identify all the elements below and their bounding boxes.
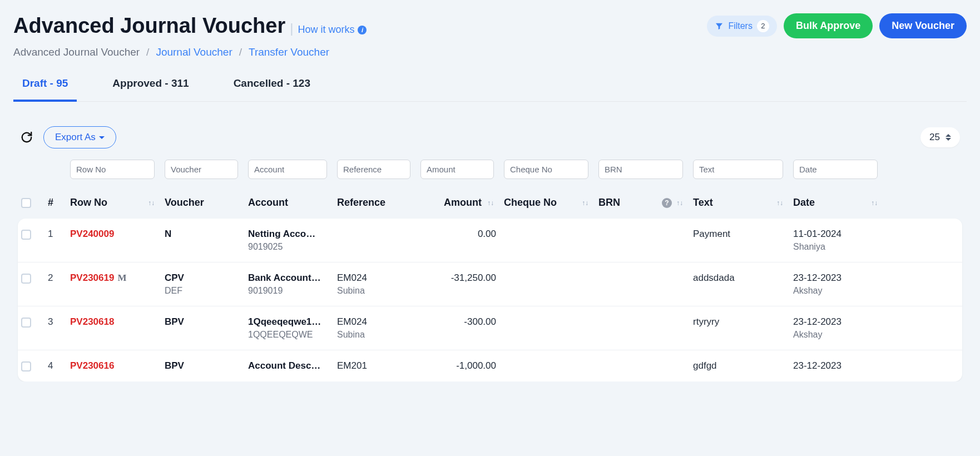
title-divider: | xyxy=(290,21,293,36)
filter-voucher[interactable] xyxy=(165,160,238,179)
col-row-no[interactable]: Row No↑↓ xyxy=(70,197,165,209)
cell-row-no[interactable]: PV240009 xyxy=(70,229,165,240)
cell-idx: 4 xyxy=(48,360,70,371)
cell-text: addsdada xyxy=(693,272,793,284)
page-size-select[interactable]: 25 xyxy=(920,127,960,147)
tabs: Draft - 95 Approved - 311 Cancelled - 12… xyxy=(13,77,967,102)
cell-amount: -1,000.00 xyxy=(420,360,504,371)
cell-row-no[interactable]: PV230616 xyxy=(70,360,165,371)
breadcrumb-item-transfer[interactable]: Transfer Voucher xyxy=(249,46,329,58)
cell-account: Bank Account… 9019019 xyxy=(248,272,337,296)
cell-voucher: CPV DEF xyxy=(165,272,248,296)
sort-icon: ↑↓ xyxy=(676,199,683,207)
page-title: Advanced Journal Voucher xyxy=(13,14,285,38)
refresh-button[interactable] xyxy=(20,131,33,144)
sort-icon: ↑↓ xyxy=(148,199,155,207)
cell-account: Account Desc… xyxy=(248,360,337,371)
filter-account[interactable] xyxy=(248,160,327,179)
sort-icon: ↑↓ xyxy=(776,199,783,207)
row-checkbox[interactable] xyxy=(21,318,31,328)
tab-approved[interactable]: Approved - 311 xyxy=(103,77,197,102)
cell-text: Payment xyxy=(693,229,793,240)
select-arrows-icon xyxy=(946,134,951,141)
col-reference: Reference xyxy=(337,197,420,209)
col-brn[interactable]: BRN?↑↓ xyxy=(598,197,693,209)
m-badge-icon: M xyxy=(117,272,126,284)
cell-idx: 2 xyxy=(48,272,70,284)
tab-cancelled[interactable]: Cancelled - 123 xyxy=(225,77,319,102)
col-amount[interactable]: Amount↑↓ xyxy=(420,197,504,209)
sort-icon: ↑↓ xyxy=(582,199,588,207)
breadcrumb-sep: / xyxy=(239,46,242,58)
filter-cheque-no[interactable] xyxy=(504,160,588,179)
export-as-button[interactable]: Export As xyxy=(43,126,116,148)
cell-date: 11-01-2024 Shaniya xyxy=(793,229,888,252)
help-icon: ? xyxy=(662,198,672,208)
cell-reference: EM201 xyxy=(337,360,420,371)
filter-amount[interactable] xyxy=(420,160,494,179)
sort-icon: ↑↓ xyxy=(487,199,494,207)
filter-date[interactable] xyxy=(793,160,878,179)
col-voucher: Voucher xyxy=(165,197,248,209)
filter-row xyxy=(13,160,967,189)
cell-date: 23-12-2023 Akshay xyxy=(793,272,888,296)
table-row[interactable]: 4 PV230616 BPV Account Desc… EM201 -1,00… xyxy=(18,350,962,381)
table-row[interactable]: 3 PV230618 BPV 1Qqeeqeqwe1… 1QQEEQEQWE E… xyxy=(18,306,962,350)
sort-icon: ↑↓ xyxy=(871,199,878,207)
cell-voucher: BPV xyxy=(165,316,248,328)
filter-brn[interactable] xyxy=(598,160,683,179)
cell-text: gdfgd xyxy=(693,360,793,371)
table-header: # Row No↑↓ Voucher Account Reference Amo… xyxy=(13,189,967,219)
col-text[interactable]: Text↑↓ xyxy=(693,197,793,209)
filters-label: Filters xyxy=(728,21,753,31)
filters-count-badge: 2 xyxy=(757,20,769,32)
filter-reference[interactable] xyxy=(337,160,410,179)
col-date[interactable]: Date↑↓ xyxy=(793,197,888,209)
cell-amount: -31,250.00 xyxy=(420,272,504,284)
filter-icon xyxy=(715,22,724,31)
row-checkbox[interactable] xyxy=(21,361,31,371)
cell-amount: -300.00 xyxy=(420,316,504,328)
cell-account: 1Qqeeqeqwe1… 1QQEEQEQWE xyxy=(248,316,337,340)
table-row[interactable]: 1 PV240009 N Netting Acco… 9019025 0.00 … xyxy=(18,219,962,262)
cell-reference: EM024 Subina xyxy=(337,272,420,296)
bulk-approve-button[interactable]: Bulk Approve xyxy=(784,13,873,38)
info-icon: i xyxy=(358,26,367,34)
cell-amount: 0.00 xyxy=(420,229,504,240)
cell-voucher: BPV xyxy=(165,360,248,371)
how-it-works-link[interactable]: How it works i xyxy=(298,24,367,36)
breadcrumb-sep: / xyxy=(146,46,149,58)
cell-date: 23-12-2023 Akshay xyxy=(793,316,888,340)
table-row[interactable]: 2 PV230619 M CPV DEF Bank Account… 90190… xyxy=(18,262,962,306)
col-cheque-no[interactable]: Cheque No↑↓ xyxy=(504,197,598,209)
breadcrumb-item-journal[interactable]: Journal Voucher xyxy=(156,46,232,58)
how-it-works-label: How it works xyxy=(298,24,354,36)
col-account: Account xyxy=(248,197,337,209)
cell-idx: 1 xyxy=(48,229,70,240)
filters-chip[interactable]: Filters 2 xyxy=(707,16,777,37)
caret-down-icon xyxy=(99,136,105,139)
cell-account: Netting Acco… 9019025 xyxy=(248,229,337,252)
new-voucher-button[interactable]: New Voucher xyxy=(879,13,967,38)
filter-row-no[interactable] xyxy=(70,160,155,179)
cell-text: rtyryry xyxy=(693,316,793,328)
select-all-checkbox[interactable] xyxy=(21,198,31,208)
cell-idx: 3 xyxy=(48,316,70,328)
cell-reference: EM024 Subina xyxy=(337,316,420,340)
cell-row-no[interactable]: PV230619 M xyxy=(70,272,165,284)
refresh-icon xyxy=(21,131,33,143)
col-hash: # xyxy=(48,197,70,209)
cell-voucher: N xyxy=(165,229,248,240)
filter-text[interactable] xyxy=(693,160,783,179)
breadcrumb-item-current: Advanced Journal Voucher xyxy=(13,46,140,58)
tab-draft[interactable]: Draft - 95 xyxy=(13,77,77,102)
row-checkbox[interactable] xyxy=(21,274,31,284)
cell-date: 23-12-2023 xyxy=(793,360,888,371)
page-size-value: 25 xyxy=(929,132,940,143)
breadcrumb: Advanced Journal Voucher / Journal Vouch… xyxy=(13,46,967,58)
row-checkbox[interactable] xyxy=(21,230,31,240)
export-label: Export As xyxy=(55,132,96,143)
cell-row-no[interactable]: PV230618 xyxy=(70,316,165,328)
